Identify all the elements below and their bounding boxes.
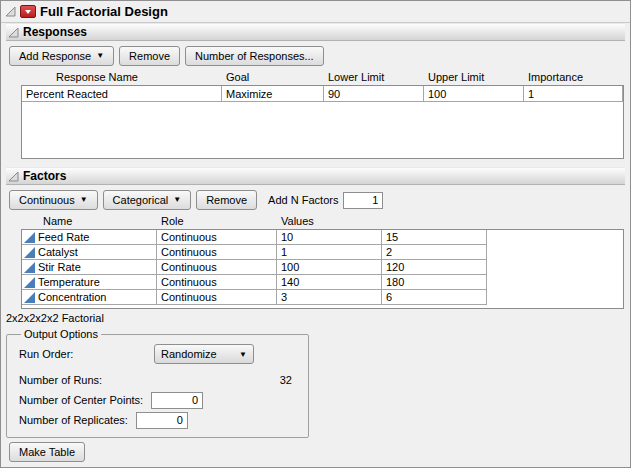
- table-row: Catalyst Continuous 1 2: [22, 245, 623, 260]
- factor-name-label: Concentration: [38, 291, 107, 304]
- col-upper-limit: Upper Limit: [423, 70, 523, 85]
- empty-cell: [487, 275, 623, 290]
- add-response-button[interactable]: Add Response ▼: [9, 46, 114, 66]
- number-of-runs-row: Number of Runs: 32: [19, 371, 300, 389]
- add-n-factors-input[interactable]: [343, 192, 383, 209]
- factor-role-cell[interactable]: Continuous: [157, 260, 277, 275]
- continuous-factor-icon: [24, 262, 35, 273]
- make-table-button[interactable]: Make Table: [9, 442, 85, 462]
- factor-name-label: Stir Rate: [38, 261, 81, 274]
- spacer: [1, 159, 630, 167]
- table-row: Concentration Continuous 3 6: [22, 290, 623, 305]
- factor-name-label: Temperature: [38, 276, 100, 289]
- title-row: Full Factorial Design: [1, 1, 630, 23]
- run-order-dropdown[interactable]: Randomize ▼: [154, 344, 254, 364]
- table-row: Percent Reacted Maximize 90 100 1: [22, 86, 623, 102]
- factor-high-cell[interactable]: 6: [382, 290, 487, 305]
- continuous-button[interactable]: Continuous ▼: [9, 190, 98, 210]
- col-values-2: [381, 214, 486, 229]
- add-response-label: Add Response: [19, 50, 91, 62]
- factor-name-cell[interactable]: Feed Rate: [22, 230, 157, 245]
- responses-table: Response Name Goal Lower Limit Upper Lim…: [21, 70, 624, 159]
- empty-cell: [487, 245, 623, 260]
- factor-high-cell[interactable]: 15: [382, 230, 487, 245]
- continuous-factor-icon: [24, 247, 35, 258]
- factor-low-cell[interactable]: 10: [277, 230, 382, 245]
- factor-role-cell[interactable]: Continuous: [157, 245, 277, 260]
- table-row: Temperature Continuous 140 180: [22, 275, 623, 290]
- continuous-label: Continuous: [19, 194, 75, 206]
- factor-name-cell[interactable]: Temperature: [22, 275, 157, 290]
- factor-name-cell[interactable]: Catalyst: [22, 245, 157, 260]
- col-role: Role: [156, 214, 276, 229]
- replicates-label: Number of Replicates:: [19, 414, 128, 426]
- col-lower-limit: Lower Limit: [323, 70, 423, 85]
- continuous-factor-icon: [24, 292, 35, 303]
- factor-role-cell[interactable]: Continuous: [157, 275, 277, 290]
- col-empty: [486, 214, 624, 229]
- factor-low-cell[interactable]: 140: [277, 275, 382, 290]
- chevron-down-icon: [25, 10, 31, 14]
- factor-low-cell[interactable]: 100: [277, 260, 382, 275]
- page-title: Full Factorial Design: [40, 4, 168, 19]
- chevron-down-icon: ▼: [239, 350, 247, 359]
- factor-name-label: Feed Rate: [38, 231, 89, 244]
- factor-high-cell[interactable]: 2: [382, 245, 487, 260]
- col-importance: Importance: [523, 70, 624, 85]
- chevron-down-icon: ▼: [173, 196, 181, 204]
- col-response-name: Response Name: [21, 70, 221, 85]
- empty-cell: [487, 290, 623, 305]
- number-of-responses-button[interactable]: Number of Responses...: [185, 46, 324, 66]
- disclosure-triangle-icon[interactable]: [8, 171, 19, 182]
- red-report-menu-icon[interactable]: [20, 5, 36, 18]
- factors-table-header: Name Role Values: [21, 214, 624, 229]
- factors-button-row: Continuous ▼ Categorical ▼ Remove Add N …: [9, 189, 630, 211]
- replicates-input[interactable]: [136, 412, 188, 429]
- factor-name-cell[interactable]: Stir Rate: [22, 260, 157, 275]
- remove-label: Remove: [206, 194, 247, 206]
- empty-cell: [487, 230, 623, 245]
- center-points-label: Number of Center Points:: [19, 394, 143, 406]
- factors-table: Name Role Values Feed Rate Continuous 10…: [21, 214, 624, 309]
- col-name: Name: [21, 214, 156, 229]
- factor-high-cell[interactable]: 120: [382, 260, 487, 275]
- number-of-runs-value: 32: [280, 374, 292, 386]
- responses-table-header: Response Name Goal Lower Limit Upper Lim…: [21, 70, 624, 85]
- table-row: Feed Rate Continuous 10 15: [22, 230, 623, 245]
- number-of-responses-label: Number of Responses...: [195, 50, 314, 62]
- upper-limit-cell[interactable]: 100: [424, 86, 524, 102]
- lower-limit-cell[interactable]: 90: [324, 86, 424, 102]
- factor-name-label: Catalyst: [38, 246, 78, 259]
- run-order-label: Run Order:: [19, 348, 154, 360]
- disclosure-triangle-icon[interactable]: [8, 27, 19, 38]
- run-order-value: Randomize: [161, 348, 217, 360]
- number-of-runs-label: Number of Runs:: [19, 374, 102, 386]
- factor-low-cell[interactable]: 3: [277, 290, 382, 305]
- center-points-row: Number of Center Points:: [19, 391, 300, 409]
- importance-cell[interactable]: 1: [524, 86, 623, 102]
- remove-response-button[interactable]: Remove: [119, 46, 180, 66]
- add-n-factors-label: Add N Factors: [268, 194, 338, 206]
- center-points-input[interactable]: [151, 392, 203, 409]
- make-table-label: Make Table: [19, 446, 75, 458]
- factor-role-cell[interactable]: Continuous: [157, 290, 277, 305]
- factor-high-cell[interactable]: 180: [382, 275, 487, 290]
- factor-low-cell[interactable]: 1: [277, 245, 382, 260]
- run-order-row: Run Order: Randomize ▼: [19, 343, 300, 365]
- disclosure-triangle-icon[interactable]: [5, 6, 16, 17]
- responses-section-header[interactable]: Responses: [6, 23, 625, 41]
- continuous-factor-icon: [24, 277, 35, 288]
- goal-cell[interactable]: Maximize: [222, 86, 324, 102]
- categorical-button[interactable]: Categorical ▼: [103, 190, 192, 210]
- output-options-legend: Output Options: [21, 328, 101, 340]
- response-name-cell[interactable]: Percent Reacted: [22, 86, 222, 102]
- factor-role-cell[interactable]: Continuous: [157, 230, 277, 245]
- factors-header-label: Factors: [23, 169, 66, 183]
- empty-cell: [487, 260, 623, 275]
- factors-section-header[interactable]: Factors: [6, 167, 625, 185]
- factor-name-cell[interactable]: Concentration: [22, 290, 157, 305]
- chevron-down-icon: ▼: [96, 52, 104, 60]
- remove-factor-button[interactable]: Remove: [196, 190, 257, 210]
- responses-header-label: Responses: [23, 25, 87, 39]
- output-options-group: Output Options Run Order: Randomize ▼ Nu…: [6, 328, 309, 438]
